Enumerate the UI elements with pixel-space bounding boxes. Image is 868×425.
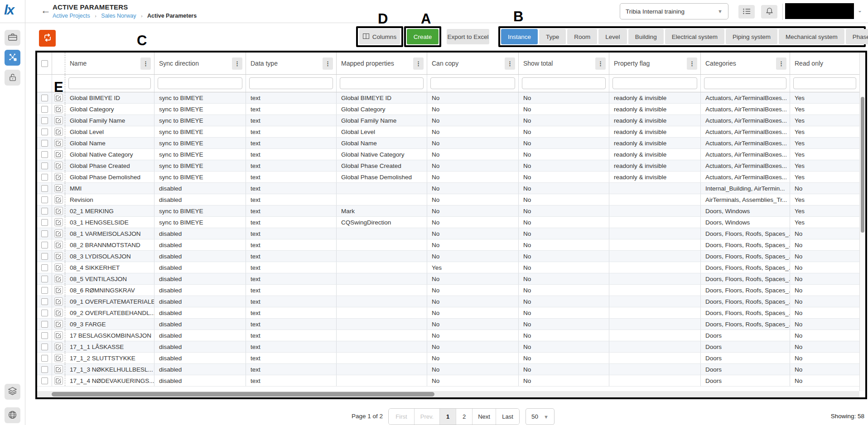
row-checkbox[interactable] [41,287,48,294]
breadcrumb-sales-norway[interactable]: Sales Norway [101,13,136,19]
tab-electrical-system[interactable]: Electrical system [665,29,724,44]
app-logo[interactable]: lx [4,2,14,18]
edit-row-button[interactable] [54,286,63,294]
sidebar-item-permissions[interactable] [5,70,20,86]
column-menu-button-data-type[interactable]: ⋮ [323,57,333,70]
edit-row-button[interactable] [54,320,63,328]
row-checkbox[interactable] [41,242,48,248]
sidebar-item-projects[interactable] [5,30,20,46]
export-to-excel-button[interactable]: Export to Excel [447,29,489,44]
select-all-checkbox[interactable] [41,60,48,67]
tab-level[interactable]: Level [598,29,627,44]
tab-room[interactable]: Room [567,29,597,44]
sidebar-item-layers[interactable] [5,384,20,400]
row-checkbox[interactable] [41,253,48,260]
filter-input-categories[interactable] [704,77,786,89]
row-checkbox[interactable] [41,129,48,135]
row-checkbox[interactable] [41,332,48,339]
row-checkbox[interactable] [41,230,48,237]
row-checkbox[interactable] [41,208,48,215]
row-checkbox[interactable] [41,106,48,113]
row-checkbox[interactable] [41,95,48,101]
row-checkbox[interactable] [41,298,48,305]
back-arrow-icon[interactable]: ← [41,5,51,16]
filter-input-data-type[interactable] [249,77,333,89]
row-checkbox[interactable] [41,276,48,282]
pagination-prev-button[interactable]: Prev. [414,409,439,425]
notifications-button[interactable] [761,5,777,19]
edit-row-button[interactable] [54,229,63,238]
filter-input-show-total[interactable] [522,77,606,89]
vertical-scrollbar[interactable] [859,53,865,391]
edit-row-button[interactable] [54,252,63,260]
row-checkbox[interactable] [41,310,48,316]
filter-input-can-copy[interactable] [430,77,515,89]
edit-row-button[interactable] [54,331,63,339]
row-checkbox[interactable] [41,344,48,350]
edit-row-button[interactable] [54,162,63,170]
vertical-scrollbar-thumb[interactable] [861,97,864,233]
column-menu-button-name[interactable]: ⋮ [140,57,151,70]
column-menu-button-mapped-properties[interactable]: ⋮ [413,57,424,70]
horizontal-scrollbar-thumb[interactable] [52,392,434,396]
column-menu-button-show-total[interactable]: ⋮ [595,57,606,70]
sidebar-item-parameters[interactable] [5,50,20,66]
row-checkbox[interactable] [41,117,48,124]
filter-input-property-flag[interactable] [612,77,697,89]
tab-type[interactable]: Type [539,29,566,44]
pagination-page-2-button[interactable]: 2 [456,409,472,425]
edit-row-button[interactable] [54,150,63,158]
row-checkbox[interactable] [41,366,48,373]
edit-row-button[interactable] [54,377,63,385]
row-checkbox[interactable] [41,196,48,203]
page-size-dropdown[interactable]: 50 ▼ [526,408,555,425]
edit-row-button[interactable] [54,275,63,283]
filter-input-mapped-properties[interactable] [340,77,424,89]
edit-row-button[interactable] [54,196,63,204]
edit-row-button[interactable] [54,105,63,113]
edit-row-button[interactable] [54,128,63,136]
edit-row-button[interactable] [54,309,63,317]
edit-row-button[interactable] [54,139,63,147]
breadcrumb-active-projects[interactable]: Active Projects [53,13,90,19]
edit-row-button[interactable] [54,184,63,192]
horizontal-scrollbar[interactable] [37,391,859,397]
column-menu-button-categories[interactable]: ⋮ [776,57,786,70]
edit-row-button[interactable] [54,173,63,181]
edit-row-button[interactable] [54,297,63,306]
row-checkbox[interactable] [41,162,48,169]
row-checkbox[interactable] [41,321,48,328]
pagination-next-button[interactable]: Next [472,409,496,425]
edit-row-button[interactable] [54,207,63,215]
user-name-redacted[interactable] [785,3,854,19]
tab-instance[interactable]: Instance [501,29,538,44]
row-checkbox[interactable] [41,185,48,192]
edit-row-button[interactable] [54,365,63,373]
pagination-first-button[interactable]: First [389,409,414,425]
filter-input-name[interactable] [68,77,151,89]
sync-button[interactable] [39,30,56,47]
edit-row-button[interactable] [54,354,63,362]
filter-input-read-only[interactable] [793,77,856,89]
sidebar-item-language[interactable] [5,407,20,423]
pagination-last-button[interactable]: Last [496,409,519,425]
row-checkbox[interactable] [41,377,48,384]
columns-button[interactable]: Columns [359,29,400,44]
tab-building[interactable]: Building [628,29,664,44]
column-menu-button-sync-direction[interactable]: ⋮ [232,57,242,70]
edit-row-button[interactable] [54,343,63,351]
column-menu-button-can-copy[interactable]: ⋮ [505,57,515,70]
edit-row-button[interactable] [54,218,63,226]
tab-piping-system[interactable]: Piping system [726,29,777,44]
tab-phase[interactable]: Phase [846,29,868,44]
filter-input-sync-direction[interactable] [158,77,242,89]
edit-row-button[interactable] [54,263,63,272]
edit-row-button[interactable] [54,241,63,249]
column-menu-button-property-flag[interactable]: ⋮ [687,57,697,70]
row-checkbox[interactable] [41,151,48,158]
row-checkbox[interactable] [41,264,48,271]
tab-mechanical-system[interactable]: Mechanical system [779,29,844,44]
row-checkbox[interactable] [41,219,48,226]
row-checkbox[interactable] [41,140,48,147]
activity-list-button[interactable] [738,5,755,19]
